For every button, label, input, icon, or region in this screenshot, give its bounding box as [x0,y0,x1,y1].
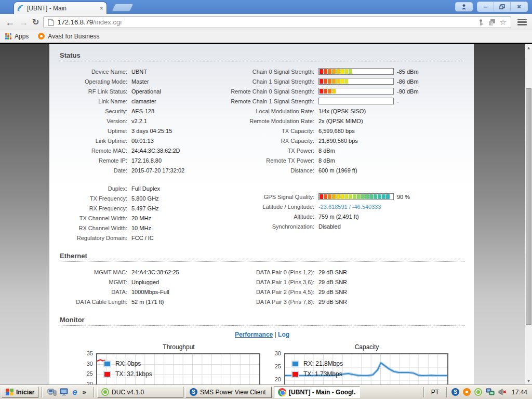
show-desktop-icon[interactable] [60,388,69,396]
close-button[interactable]: × [511,2,527,11]
start-label: Iniciar [16,389,34,396]
tray-avast-icon[interactable] [463,388,471,396]
scroll-down-arrow[interactable]: ▼ [525,377,532,384]
task-button-chrome-active[interactable]: [UBNT] - Main - Googl... [274,387,360,398]
status-left-column: Device Name:UBNTOperating Mode:MasterRF … [60,66,226,243]
address-bar[interactable]: 172.16.8.79/index.cgi A ☆ [43,16,511,28]
page-scrollbar[interactable]: ▲ ▼ [525,44,532,384]
internet-explorer-icon[interactable]: e [72,388,77,396]
tray-sms-icon[interactable]: S [451,388,459,396]
tray-duc-icon[interactable] [474,388,482,396]
signal-bar-segment [332,69,336,74]
monitor-links: Performance | Log [60,331,464,338]
field-label: DATA: [60,289,127,295]
scroll-thumb[interactable] [526,88,531,325]
key-icon[interactable] [477,19,484,26]
field-label: DATA Pair 3 (Pins 7,8): [226,299,314,305]
log-link[interactable]: Log [278,331,289,338]
legend-label: RX: 21.8Mbps [303,360,343,367]
task-button-label: DUC v4.1.0 [112,389,144,396]
signal-bar [318,193,394,200]
coordinates-link[interactable]: -23.618591 / -46.540333 [318,204,381,210]
my-computer-icon[interactable] [47,388,57,396]
y-tick-label: 25 [87,370,93,377]
field-label: Remote IP: [60,157,127,164]
signal-bar-segment [344,69,348,74]
field-value: 1000Mbps-Full [131,289,169,295]
field-row: Operating Mode:Master [60,76,226,86]
field-row: Remote Chain 0 Signal Strength:-90 dBm [226,86,464,96]
chrome-menu-icon[interactable] [517,19,527,25]
url-text[interactable]: 172.16.8.79/index.cgi [57,18,474,26]
field-label: Version: [60,118,127,124]
restore-button[interactable] [494,2,511,11]
field-label: Regulatory Domain: [60,235,127,241]
signal-bar-segment [340,194,344,199]
task-button-sms[interactable]: S SMS Power View Client [185,387,272,398]
task-button-label: SMS Power View Client [200,389,266,396]
signal-bar-segment [357,194,361,199]
field-row: TX Frequency:5.800 GHz [60,193,226,203]
field-row: Date:2015-07-20 17:32:02 [60,165,226,175]
field-value: 21,890,560 bps [318,138,358,144]
bar-value: - [397,98,399,104]
field-row: Chain 0 Signal Strength:-85 dBm [226,66,464,76]
signal-bar-segment [332,194,336,199]
signal-bar-segment [349,194,352,199]
chrome-icon [278,388,286,396]
field-label: TX Frequency: [60,195,127,202]
browser-tab[interactable]: [UBNT] - Main × [14,2,107,14]
y-tick-label: 35 [87,350,93,356]
windows-logo-icon [6,389,14,395]
back-button[interactable]: ← [5,18,15,27]
start-button[interactable]: Iniciar [2,387,38,398]
translate-icon[interactable]: A [488,19,496,26]
minimize-button[interactable]: – [477,2,494,11]
new-tab-button[interactable] [112,4,134,11]
tray-network-icon[interactable] [486,388,495,396]
taskbar-separator2 [94,387,94,397]
signal-bar-segment [344,79,348,84]
field-row: Version:v2.2.1 [60,116,226,126]
field-value: 5.497 GHz [131,205,159,211]
ethernet-right-column: DATA Pair 0 (Pins 1,2):29 dB SNRDATA Pai… [226,267,464,307]
field-value: 172.16.8.80 [131,157,162,164]
scroll-up-arrow[interactable]: ▲ [525,44,532,51]
apps-shortcut[interactable]: Apps [5,33,29,40]
legend-swatch [291,371,299,378]
duc-icon [101,388,109,396]
field-value: Full Duplex [131,185,160,192]
signal-bar-segment [382,194,385,199]
field-row: DATA Cable Length:52 m (171 ft) [60,297,226,307]
tab-strip: [UBNT] - Main × – × [0,0,532,14]
field-label: Synchronization: [226,223,314,230]
signal-bar-segment [378,194,381,199]
field-row: Altitude:759 m (2,491 ft) [226,211,464,221]
forward-button: → [19,18,28,27]
reload-button[interactable]: ↻ [32,17,39,27]
signal-bar-segment [353,194,356,199]
signal-bar [318,68,394,75]
signal-bar [318,78,394,85]
field-row: GPS Signal Quality:90 % [226,192,464,202]
field-value: 600 m (1969 ft) [318,167,357,174]
profile-button[interactable] [455,2,473,11]
task-button-duc[interactable]: DUC v4.1.0 [97,387,183,398]
avast-bookmark[interactable]: Avast for Business [38,33,99,40]
monitor-header: Monitor [60,314,464,326]
language-indicator[interactable]: PT [429,389,442,396]
signal-bar-segment [374,194,377,199]
taskbar-clock[interactable]: 17:44 [512,389,527,396]
tab-close-icon[interactable]: × [99,5,103,11]
volume-muted-icon[interactable] [498,388,507,396]
bookmark-star-icon[interactable]: ☆ [500,18,507,26]
quick-launch-chevron[interactable]: » [81,388,88,396]
signal-bar-segment [324,89,327,94]
status-right-column: Chain 0 Signal Strength:-85 dBmChain 1 S… [226,66,464,243]
signal-bar-segment [328,79,331,84]
field-label: TX Power: [226,148,314,154]
field-row: Uptime:3 days 04:25:15 [60,126,226,136]
field-label: DATA Pair 1 (Pins 3,6): [226,279,314,285]
performance-link[interactable]: Performance [235,331,273,338]
field-value: 3 days 04:25:15 [131,128,172,134]
